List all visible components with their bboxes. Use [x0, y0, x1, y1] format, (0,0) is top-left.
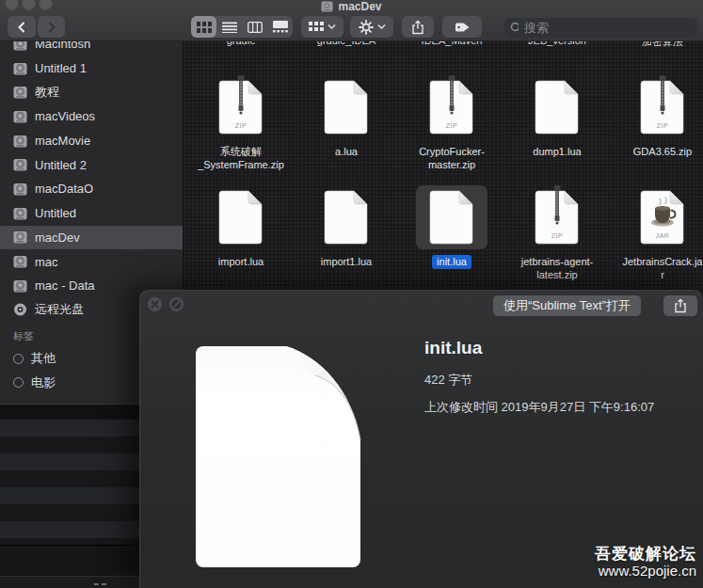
- columns-view-icon: [248, 22, 263, 33]
- chevron-left-icon: [15, 21, 28, 34]
- clipped-file-row: gradle gradle_IDEA IDEA_Maven JEB_versio…: [184, 40, 703, 50]
- disk-icon: [13, 110, 27, 123]
- share-icon: [411, 20, 424, 35]
- sidebar-item-mac[interactable]: mac: [0, 249, 183, 274]
- view-columns-button[interactable]: [242, 16, 267, 38]
- watermark: 吾爱破解论坛 www.52pojie.cn: [595, 545, 696, 580]
- doc-file-icon: [535, 80, 579, 135]
- preview-file-size: 422 字节: [424, 372, 472, 389]
- disk-icon: [13, 40, 27, 51]
- file-dump1-lua[interactable]: dump1.lua: [504, 75, 610, 158]
- file-cryptofucker-zip[interactable]: ZIP CryptoFucker- master.zip: [399, 75, 504, 171]
- action-button[interactable]: [350, 16, 393, 38]
- quicklook-close-button[interactable]: [148, 297, 162, 311]
- share-button[interactable]: [402, 16, 434, 38]
- file-import1-lua[interactable]: import1.lua: [294, 185, 399, 268]
- background-window-statusbar: [0, 576, 139, 588]
- sidebar-item-macmovie[interactable]: macMovie: [0, 129, 183, 153]
- sidebar-item-macintosh[interactable]: Macintosh: [0, 40, 183, 56]
- close-icon: [151, 300, 159, 309]
- view-list-button[interactable]: [216, 16, 242, 38]
- file-a-lua[interactable]: a.lua: [294, 75, 399, 158]
- search-input[interactable]: [522, 20, 692, 36]
- disk-icon: [13, 183, 27, 196]
- file-preview: [196, 346, 366, 567]
- group-icon: [309, 22, 324, 32]
- disk-icon: [13, 255, 27, 268]
- quicklook-share-button[interactable]: [663, 295, 697, 316]
- doc-file-icon: [325, 190, 368, 245]
- disk-icon: [13, 158, 27, 171]
- sidebar-item-untitled[interactable]: Untitled: [0, 201, 183, 226]
- watermark-line1: 吾爱破解论坛: [595, 545, 696, 563]
- back-button[interactable]: [8, 16, 36, 38]
- sidebar-item-macdatao[interactable]: macDataO: [0, 177, 183, 201]
- quicklook-fullscreen-button[interactable]: [169, 297, 184, 311]
- preview-file-title: init.lua: [424, 338, 482, 358]
- sidebar-item-macdev[interactable]: macDev: [0, 226, 183, 250]
- sidebar-item-untitled-1[interactable]: Untitled 1: [0, 56, 183, 81]
- doc-file-icon: [219, 190, 263, 245]
- sidebar-item-macvideos[interactable]: macVideos: [0, 104, 183, 129]
- tag-circle-icon: [13, 377, 24, 388]
- remote-disc-icon: [13, 303, 27, 316]
- zip-file-icon: ZIP: [219, 80, 263, 135]
- file-jetbrains-agent-zip[interactable]: ZIP jetbrains-agent- latest.zip: [504, 185, 610, 281]
- search-field[interactable]: [504, 18, 697, 38]
- window-title: macDev: [0, 0, 703, 13]
- open-with-sublime-button[interactable]: 使用“Sublime Text”打开: [493, 295, 641, 316]
- doc-file-icon: [325, 80, 368, 135]
- grid-view-icon: [197, 22, 212, 33]
- group-button[interactable]: [301, 16, 344, 38]
- file-init-lua[interactable]: init.lua: [399, 185, 504, 269]
- background-window[interactable]: [0, 404, 139, 588]
- background-window-rows: [0, 420, 139, 545]
- tag-button[interactable]: [442, 16, 482, 38]
- sidebar-item-untitled-2[interactable]: Untitled 2: [0, 152, 183, 177]
- gear-icon: [359, 20, 374, 35]
- jar-file-icon: JAR: [641, 190, 684, 245]
- titlebar-toolbar: macDev: [0, 0, 703, 41]
- quicklook-panel: 使用“Sublime Text”打开 init.lua 422 字节 上次修改时…: [139, 290, 703, 588]
- chevron-right-icon: [45, 21, 58, 34]
- disk-icon: [13, 62, 27, 75]
- view-icons-button[interactable]: [191, 16, 216, 38]
- file-import-lua[interactable]: import.lua: [188, 185, 294, 268]
- tag-circle-icon: [13, 354, 24, 364]
- view-switcher: [191, 16, 293, 38]
- share-icon: [674, 298, 687, 313]
- preview-file-modified: 上次修改时间 2019年9月27日 下午9:16:07: [424, 399, 654, 416]
- sidebar-item-tutorials[interactable]: 教程: [0, 80, 183, 104]
- disk-icon: [13, 135, 27, 148]
- list-view-icon: [222, 22, 237, 33]
- search-icon: [510, 22, 519, 34]
- forward-button[interactable]: [38, 16, 65, 38]
- finder-window: macDev: [0, 0, 703, 588]
- view-gallery-button[interactable]: [267, 16, 293, 38]
- doc-file-icon: [430, 190, 473, 245]
- chevron-down-icon: [377, 24, 386, 30]
- zip-file-icon: ZIP: [430, 80, 473, 135]
- statusbar-marks: [94, 583, 107, 585]
- disk-icon: [13, 86, 27, 99]
- disk-icon: [13, 230, 27, 244]
- slash-circle-icon: [169, 297, 184, 311]
- tag-icon: [455, 22, 471, 33]
- disk-icon: [13, 279, 27, 293]
- zip-file-icon: ZIP: [641, 80, 684, 135]
- file-gda-zip[interactable]: ZIP GDA3.65.zip: [610, 75, 703, 158]
- file-jetbrainscrack-jar[interactable]: JAR JetbrainsCrack.ja r: [610, 185, 703, 281]
- background-window-band: [0, 545, 139, 577]
- zip-file-icon: ZIP: [535, 190, 579, 245]
- watermark-line2: www.52pojie.cn: [595, 563, 696, 580]
- chevron-down-icon: [328, 24, 336, 30]
- file-systemframe-zip[interactable]: ZIP 系统破解 _SystemFrame.zip: [188, 75, 294, 171]
- disk-icon: [321, 1, 333, 12]
- disk-icon: [13, 207, 27, 220]
- gallery-view-icon: [273, 21, 288, 33]
